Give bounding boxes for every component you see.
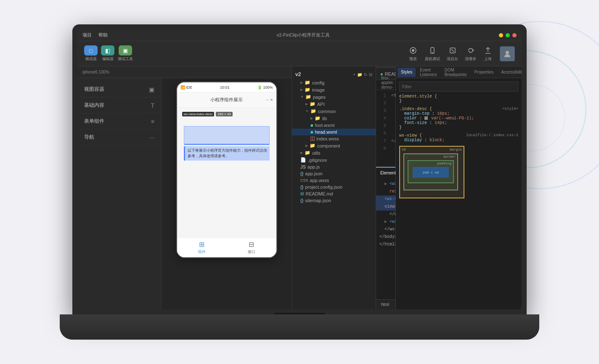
file-collapse-icon[interactable]: ⊟ — [369, 72, 372, 77]
file-newfolder-icon[interactable]: 📁 — [357, 72, 362, 77]
styles-tab-props[interactable]: Properties — [471, 68, 497, 77]
device-info: iphone6 100% — [82, 70, 109, 74]
styles-filter-input[interactable] — [399, 82, 518, 92]
tree-item-index-wxss[interactable]: 🅂 index.wxss — [292, 135, 376, 142]
style-val: 10px; — [437, 111, 450, 116]
phone-menu-interface[interactable]: ⊟ 接口 — [227, 238, 276, 257]
file-icon-wxml: ■ — [310, 123, 313, 128]
styles-content: element.style { } .index-desc { <style> — [396, 78, 522, 309]
toolbar-left: □ 模拟器 ◧ 编辑器 ▣ 测试工具 — [84, 45, 133, 62]
laptop: 项目 帮助 v2-FinClip小程序开发工具 □ 模拟器 — [72, 24, 527, 340]
style-val: block; — [429, 138, 445, 142]
edit-icon: ◧ — [101, 45, 114, 55]
styles-tab-dom[interactable]: DOM Breakpoints — [441, 68, 470, 77]
tree-item-app-js[interactable]: JS app.js — [292, 164, 376, 170]
tree-item-head-wxml[interactable]: ■ head.wxml — [292, 129, 376, 135]
test-label: 测试工具 — [118, 56, 133, 62]
component-label: 表单组件 — [84, 118, 104, 125]
upload-tool[interactable]: 上传 — [483, 45, 493, 62]
folder-icon: 📁 — [310, 143, 315, 148]
style-source[interactable]: <style> — [502, 107, 518, 111]
box-margin-value: 10 — [402, 148, 406, 151]
menu-item-help[interactable]: 帮助 — [98, 32, 108, 38]
edit-button[interactable]: ◧ 编辑器 — [101, 45, 114, 62]
tree-item-utils[interactable]: ▶ 📁 utils — [292, 149, 376, 156]
code-editor[interactable]: 1 <template name="head"> 2 <view class="… — [376, 90, 395, 166]
code-line-2: 2 <view class="page-head"> — [376, 99, 395, 107]
tree-item-gitignore[interactable]: 📄 .gitignore — [292, 156, 376, 164]
phone-menu-component[interactable]: ⊞ 组件 — [177, 238, 227, 257]
tree-item-image[interactable]: ▶ 📁 image — [292, 86, 376, 93]
tree-item-project-config[interactable]: {} project.config.json — [292, 184, 376, 190]
tree-item-sitemap[interactable]: {} sitemap.json — [292, 197, 376, 204]
component-label: 视图容器 — [84, 86, 104, 93]
clearcache-tool[interactable]: 清缓存 — [465, 45, 476, 62]
tree-item-config[interactable]: ▶ 📁 config — [292, 79, 376, 86]
clearlog-tool[interactable]: 清后台 — [447, 45, 458, 62]
dt-line-8: </body> — [376, 233, 395, 241]
phone-menu-component-label: 组件 — [198, 249, 206, 255]
tree-item-foot-wxml[interactable]: ■ foot.wxml — [292, 122, 376, 129]
realdev-tool[interactable]: 真机调试 — [425, 45, 440, 62]
component-icon-form: ≡ — [151, 118, 154, 125]
phone-nav-more[interactable]: ··· × — [266, 98, 273, 102]
maximize-button[interactable] — [506, 33, 510, 37]
dt-line-2: resources/kind/logo.png">_</wx-image> — [376, 188, 395, 195]
phone-frame: 📶 IDE 10:01 🔋 100% 小程序组件展示 ··· × — [176, 82, 277, 258]
minimize-button[interactable] — [499, 33, 503, 37]
realdev-icon — [427, 45, 437, 55]
tree-item-pages[interactable]: ▼ 📁 pages — [292, 93, 376, 100]
tree-item-label: head.wxml — [315, 129, 337, 135]
chevron-down-icon: ▼ — [305, 109, 309, 113]
dt-line-9: </html> — [376, 241, 395, 248]
simulate-icon: □ — [84, 45, 98, 55]
file-icon-js: JS — [300, 164, 306, 169]
clearlog-icon — [448, 45, 458, 55]
tree-item-common[interactable]: ▼ 📁 common — [292, 108, 376, 115]
tree-item-label: component — [317, 143, 340, 148]
simulator-content: 视图容器 ▣ 基础内容 T 表单组件 ≡ — [77, 78, 292, 309]
element-label-bar: wx-view.index-desc 240 × 44 — [182, 112, 233, 116]
devtools-tab-elements[interactable]: Elements — [376, 167, 395, 179]
styles-tab-styles[interactable]: Styles — [398, 68, 416, 77]
tree-item-app-wxss[interactable]: CSS app.wxss — [292, 177, 376, 184]
dt-line-1: ▶ <wx-image class="index-logo" src="../r… — [376, 180, 395, 188]
tree-item-app-json[interactable]: {} app.json — [292, 170, 376, 177]
tree-item-lib[interactable]: ▶ 📁 lib — [292, 115, 376, 122]
test-button[interactable]: ▣ 测试工具 — [118, 45, 133, 62]
user-avatar[interactable] — [500, 46, 515, 61]
tree-item-api[interactable]: ▶ 📁 API — [292, 100, 376, 108]
file-refresh-icon[interactable]: ↻ — [364, 72, 367, 77]
phone-menu-interface-icon: ⊟ — [249, 240, 254, 248]
close-button[interactable] — [512, 33, 517, 37]
menu-item-project[interactable]: 项目 — [82, 32, 92, 38]
style-source[interactable]: localfile:/.index.css:2 — [466, 133, 518, 137]
dt-line-5: </wx-view> — [376, 211, 395, 218]
test-icon: ▣ — [119, 45, 132, 55]
component-icon-nav: ··· — [149, 134, 154, 141]
preview-tool[interactable]: 预览 — [408, 45, 418, 62]
file-icon-wxss: 🅂 — [310, 137, 315, 141]
styles-tab-a11y[interactable]: Accessibility — [498, 68, 522, 77]
chevron-right-icon: ▶ — [300, 151, 303, 155]
box-model-container: margin 10 border - — [399, 146, 466, 200]
el-path-html[interactable]: html — [379, 302, 391, 307]
file-new-icon[interactable]: + — [353, 72, 355, 77]
devtools-panel: Elements Console ▶ <wx-image class="inde… — [376, 166, 395, 309]
tree-item-readme[interactable]: M README.md — [292, 190, 376, 197]
tree-item-label: image — [312, 87, 325, 92]
style-rule-wx-view: wx-view { localfile:/.index.css:2 displa… — [399, 133, 518, 142]
component-item-nav[interactable]: 导航 ··· — [77, 129, 161, 145]
component-item-form[interactable]: 表单组件 ≡ — [77, 113, 161, 129]
styles-tab-event[interactable]: Event Listeners — [416, 68, 440, 77]
tree-item-component[interactable]: ▶ 📁 component — [292, 142, 376, 149]
code-line-5: 5 <wx:if="{{desc}}" class="page-head-des… — [376, 122, 395, 129]
phone-signal: 📶 IDE — [180, 85, 193, 90]
file-tree-icons: + 📁 ↻ ⊟ — [353, 72, 372, 77]
simulate-button[interactable]: □ 模拟器 — [84, 45, 98, 62]
component-item-basic[interactable]: 基础内容 T — [77, 98, 161, 113]
style-prop: margin-top — [404, 111, 429, 116]
tree-item-label: pages — [313, 95, 326, 100]
component-item-view[interactable]: 视图容器 ▣ — [77, 82, 161, 98]
phone-menu-component-icon: ⊞ — [199, 240, 204, 248]
